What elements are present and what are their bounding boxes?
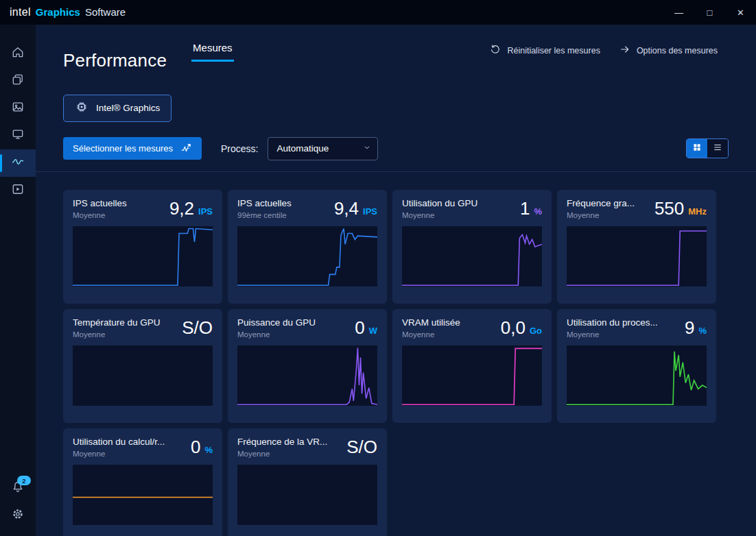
reset-label: Réinitialiser les mesures	[507, 46, 600, 56]
metric-subtitle: Moyenne	[567, 211, 649, 219]
metric-value: 550	[654, 198, 684, 219]
metric-title: IPS actuelles	[237, 198, 329, 208]
sidebar: 2	[0, 25, 36, 536]
metric-unit: %	[534, 206, 542, 217]
page-title: Performance	[63, 50, 167, 71]
chip-icon	[75, 100, 88, 116]
metric-sparkline	[73, 345, 213, 406]
metric-card: Puissance du GPUMoyenne0W	[228, 309, 387, 423]
gallery-icon	[11, 100, 25, 117]
process-label: Process:	[221, 143, 258, 154]
drivers-icon	[11, 73, 25, 89]
sidebar-item-media[interactable]	[0, 177, 36, 204]
metric-card: Utilisation du calcul/r...Moyenne0%	[63, 428, 222, 536]
metric-subtitle: Moyenne	[567, 330, 679, 339]
sidebar-item-notifications[interactable]: 2	[0, 474, 36, 502]
sidebar-item-performance[interactable]	[0, 149, 36, 177]
metric-title: Puissance du GPU	[237, 317, 349, 328]
minimize-button[interactable]: —	[663, 0, 694, 25]
home-icon	[11, 45, 25, 62]
metric-unit: %	[698, 326, 707, 336]
metric-value: 0	[191, 437, 200, 458]
metric-unit: W	[369, 326, 377, 336]
sidebar-item-settings[interactable]	[0, 502, 36, 529]
metric-value: 0	[355, 317, 364, 339]
notification-badge: 2	[17, 476, 31, 485]
app-logo: intel Graphics Software	[10, 6, 126, 19]
metric-title: Utilisation du proces...	[567, 317, 679, 328]
gpu-selector-button[interactable]: Intel® Graphics	[63, 95, 172, 122]
metric-unit: %	[204, 445, 213, 455]
sidebar-item-home[interactable]	[0, 40, 36, 67]
metric-card: Utilisation du proces...Moyenne9%	[557, 309, 716, 423]
metric-title: Utilisation du GPU	[402, 198, 515, 208]
metrics-grid: IPS actuellesMoyenne9,2IPSIPS actuelles9…	[63, 190, 729, 536]
metric-title: Fréquence de la VR...	[237, 437, 341, 447]
media-icon	[11, 182, 25, 199]
sidebar-item-display[interactable]	[0, 122, 36, 149]
metric-subtitle: Moyenne	[73, 330, 176, 339]
metric-card: Température du GPUMoyenneS/O	[63, 309, 222, 423]
sidebar-spacer	[0, 204, 36, 474]
metric-sparkline	[237, 465, 377, 525]
metric-title: Utilisation du calcul/r...	[73, 437, 185, 447]
metric-unit: IPS	[363, 206, 377, 217]
metric-card: VRAM utiliséeMoyenne0,0Go	[392, 309, 552, 423]
metric-card: Utilisation du GPUMoyenne1%	[392, 190, 552, 304]
options-label: Options des mesures	[637, 46, 718, 56]
sidebar-item-drivers[interactable]	[0, 67, 36, 95]
metric-card: Fréquence gra...Moyenne550MHz	[557, 190, 716, 304]
metric-sparkline	[402, 345, 542, 406]
gear-icon	[11, 507, 25, 524]
metric-value: 9,4	[334, 198, 359, 219]
reset-measures-button[interactable]: Réinitialiser les mesures	[490, 44, 600, 57]
metric-value: 9,2	[169, 198, 194, 219]
close-button[interactable]: ✕	[725, 0, 756, 25]
process-dropdown[interactable]: Automatique	[268, 137, 378, 160]
list-view-button[interactable]	[707, 139, 728, 158]
titlebar: intel Graphics Software — □ ✕	[0, 0, 756, 25]
metric-sparkline	[73, 226, 213, 287]
metric-value: 9	[685, 317, 694, 339]
process-dropdown-value: Automatique	[276, 143, 329, 154]
maximize-button[interactable]: □	[694, 0, 725, 25]
metric-unit: Go	[530, 326, 542, 336]
metric-sparkline	[567, 226, 707, 287]
display-icon	[11, 127, 25, 144]
metric-card: IPS actuellesMoyenne9,2IPS	[63, 190, 222, 304]
grid-view-icon	[692, 143, 702, 154]
list-view-icon	[713, 143, 722, 154]
app-window: intel Graphics Software — □ ✕	[0, 0, 756, 536]
sidebar-item-gallery[interactable]	[0, 95, 36, 122]
metric-subtitle: Moyenne	[73, 450, 185, 458]
chevron-down-icon	[363, 143, 371, 154]
measure-options-button[interactable]: Options des mesures	[619, 44, 718, 57]
metric-unit: IPS	[198, 206, 213, 217]
reset-icon	[490, 44, 501, 57]
metric-sparkline	[73, 465, 213, 525]
metric-subtitle: Moyenne	[237, 450, 341, 458]
metric-value: 0,0	[501, 317, 525, 339]
metric-subtitle: 99ème centile	[237, 211, 329, 219]
select-measures-label: Sélectionner les mesures	[73, 143, 173, 154]
metric-unit: MHz	[688, 206, 707, 217]
metric-title: Fréquence gra...	[567, 198, 649, 208]
grid-view-button[interactable]	[687, 139, 707, 158]
brand-software: Software	[85, 6, 126, 18]
metric-value: S/O	[346, 437, 377, 458]
tab-mesures[interactable]: Mesures	[191, 42, 234, 62]
metric-sparkline	[567, 345, 707, 406]
main-content: Performance Mesures Réinitialiser les me…	[36, 25, 756, 536]
metric-subtitle: Moyenne	[402, 330, 495, 339]
metric-title: VRAM utilisée	[402, 317, 495, 328]
gpu-selector-label: Intel® Graphics	[96, 103, 160, 113]
metric-value: S/O	[182, 317, 213, 339]
metric-subtitle: Moyenne	[237, 330, 349, 339]
metric-value: 1	[520, 198, 530, 219]
metric-title: IPS actuelles	[73, 198, 164, 208]
metric-subtitle: Moyenne	[73, 211, 164, 219]
metric-card: IPS actuelles99ème centile9,4IPS	[228, 190, 387, 304]
metric-sparkline	[402, 226, 542, 287]
brand-graphics: Graphics	[36, 6, 80, 18]
select-measures-button[interactable]: Sélectionner les mesures	[63, 137, 202, 160]
